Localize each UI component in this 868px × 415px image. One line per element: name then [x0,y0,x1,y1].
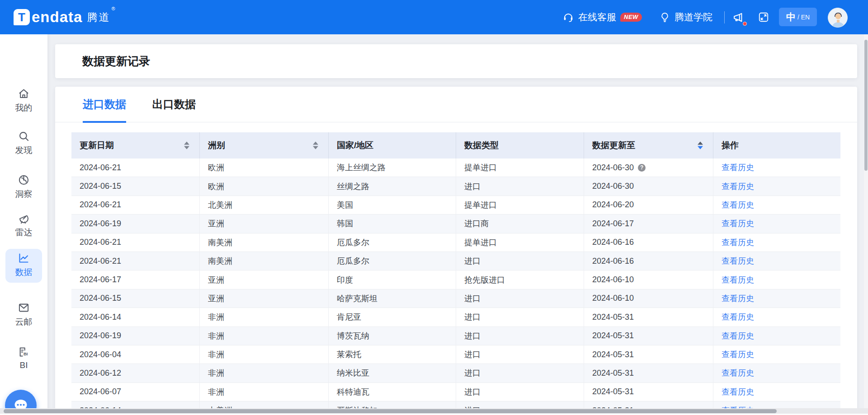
sort-icon[interactable] [313,142,318,149]
cell-country: 印度 [329,270,456,289]
view-history-link[interactable]: 查看历史 [722,331,754,341]
cell-data-updated-to: 2024-05-31 [584,345,713,364]
user-avatar[interactable] [828,8,848,28]
logo-text: endata [32,9,82,26]
data-update-table: 更新日期洲别国家/地区数据类型数据更新至操作 2024-06-21欧洲海上丝绸之… [71,132,840,415]
help-icon[interactable]: ? [638,164,646,172]
sidebar-item-search[interactable]: 发现 [0,130,47,156]
cell-data-type: 抢先版进口 [456,270,584,289]
table-row: 2024-06-19非洲博茨瓦纳进口2024-05-31查看历史 [71,327,840,345]
headset-icon [562,11,574,23]
cell-actions: 查看历史 [713,383,840,401]
table-row: 2024-06-17亚洲印度抢先版进口2024-06-10查看历史 [71,270,840,289]
updated-to-value: 2024-06-30 [592,163,634,173]
cell-update-date: 2024-06-17 [71,270,200,289]
app-logo[interactable]: T endata 腾道® [14,0,115,34]
language-toggle-button[interactable]: 中 / EN [779,8,817,26]
cell-continent: 非洲 [200,308,329,326]
cell-continent: 亚洲 [200,270,329,289]
fullscreen-button[interactable] [758,0,769,34]
updated-to-value: 2024-06-10 [592,275,634,284]
cell-actions: 查看历史 [713,159,840,177]
bi-icon: BI [0,346,47,359]
sidebar-item-label: BI [0,360,47,370]
cell-data-updated-to: 2024-05-31 [584,327,713,345]
cell-data-type: 进口 [456,364,584,382]
vertical-scrollbar-thumb[interactable] [864,40,868,171]
data-icon [0,252,47,265]
cell-update-date: 2024-06-15 [71,289,200,308]
online-service-button[interactable]: 在线客服 NEW [562,0,642,34]
column-header-data-updated-to[interactable]: 数据更新至 [584,132,713,159]
table-row: 2024-06-12非洲纳米比亚进口2024-05-31查看历史 [71,364,840,382]
new-badge: NEW [620,13,642,22]
updated-to-value: 2024-05-31 [592,350,634,359]
cell-update-date: 2024-06-12 [71,364,200,382]
column-header-update-date[interactable]: 更新日期 [71,132,200,159]
cell-country: 纳米比亚 [329,364,456,382]
cell-update-date: 2024-06-19 [71,327,200,345]
announcements-button[interactable] [732,0,745,34]
table-row: 2024-06-15欧洲丝绸之路进口2024-06-30查看历史 [71,177,840,196]
sidebar-item-data[interactable]: 数据 [0,252,47,278]
view-history-link[interactable]: 查看历史 [722,200,754,210]
updated-to-value: 2024-06-17 [592,219,634,228]
column-header-country-region: 国家/地区 [329,132,456,159]
sidebar-item-radar[interactable]: 雷达 [0,212,47,238]
updated-to-value: 2024-05-31 [592,312,634,322]
sidebar-item-insight[interactable]: 洞察 [0,174,47,200]
view-history-link[interactable]: 查看历史 [722,218,754,229]
sidebar-item-bi[interactable]: BIBI [0,346,47,370]
academy-button[interactable]: 腾道学院 [659,0,712,34]
table-row: 2024-06-21南美洲厄瓜多尔提单进口2024-06-16查看历史 [71,233,840,252]
cell-data-type: 进口商 [456,214,584,233]
cell-actions: 查看历史 [713,214,840,233]
column-label: 数据类型 [464,140,499,151]
sort-icon[interactable] [184,142,189,149]
updated-to-value: 2024-05-31 [592,387,634,396]
cell-data-updated-to: 2024-05-31 [584,383,713,401]
insight-icon [0,174,47,187]
cell-data-type: 提单进口 [456,233,584,252]
sidebar-item-label: 雷达 [0,227,47,238]
logo-registered-mark: ® [111,6,116,11]
cell-data-type: 进口 [456,252,584,270]
column-header-continent[interactable]: 洲别 [200,132,329,159]
horizontal-scrollbar-track [0,408,868,414]
cell-data-type: 进口 [456,345,584,364]
cell-actions: 查看历史 [713,252,840,270]
megaphone-icon [732,11,745,23]
view-history-link[interactable]: 查看历史 [722,368,754,378]
view-history-link[interactable]: 查看历史 [722,387,754,397]
view-history-link[interactable]: 查看历史 [722,237,754,248]
language-en: / EN [797,14,810,21]
online-service-label: 在线客服 [578,11,616,23]
view-history-link[interactable]: 查看历史 [722,162,754,173]
tab-import-data[interactable]: 进口数据 [83,87,126,122]
view-history-link[interactable]: 查看历史 [722,275,754,285]
nav-divider [724,11,725,23]
logo-mark-icon: T [14,9,30,25]
view-history-link[interactable]: 查看历史 [722,312,754,322]
cell-data-updated-to: 2024-06-30 [584,177,713,195]
cell-update-date: 2024-06-21 [71,159,200,177]
sort-icon[interactable] [698,142,703,149]
cell-data-type: 进口 [456,289,584,308]
tab-export-data[interactable]: 出口数据 [152,87,196,122]
view-history-link[interactable]: 查看历史 [722,293,754,304]
view-history-link[interactable]: 查看历史 [722,256,754,266]
sidebar-item-mail[interactable]: 云邮 [0,302,47,328]
cell-update-date: 2024-06-14 [71,308,200,326]
vertical-scrollbar-track [864,34,868,415]
cell-actions: 查看历史 [713,196,840,214]
expand-icon [758,11,769,23]
horizontal-scrollbar-thumb[interactable] [4,409,777,413]
sidebar-item-home[interactable]: 我的 [0,88,47,114]
view-history-link[interactable]: 查看历史 [722,349,754,360]
svg-text:BI: BI [24,351,28,356]
sidebar: 我的发现洞察雷达数据云邮BIBI » [0,34,47,415]
view-history-link[interactable]: 查看历史 [722,181,754,192]
updated-to-value: 2024-06-30 [592,182,634,191]
cell-continent: 欧洲 [200,177,329,195]
cell-country: 厄瓜多尔 [329,233,456,252]
